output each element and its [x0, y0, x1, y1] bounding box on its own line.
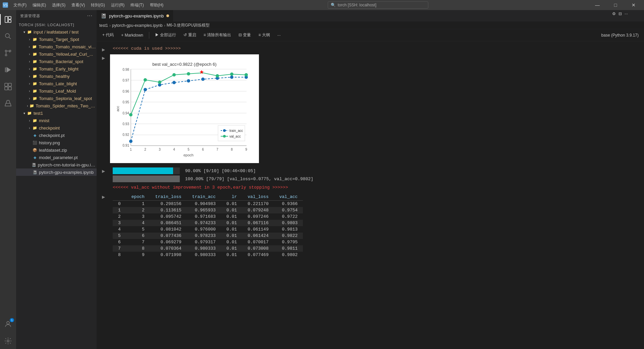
activity-run[interactable]: [0, 62, 16, 78]
table-cell: 0.9802: [274, 252, 303, 258]
table-row: 890.0719980.9803330.010.0774690.9802: [113, 252, 303, 258]
cell-table: ▶ epoch train_loss train_acc lr val_loss: [97, 192, 644, 259]
more-button[interactable]: ···: [274, 32, 284, 39]
tree-item-yellowleaf[interactable]: › 📁 Tomato_YellowLeaf_Curl_...: [16, 50, 97, 58]
settings-icon[interactable]: ⚙: [612, 11, 616, 16]
table-cell: 2: [126, 207, 150, 213]
activity-test[interactable]: [0, 95, 16, 111]
table-cell: 0.01: [221, 245, 242, 252]
run-cell-button[interactable]: ▶: [102, 195, 105, 199]
activity-extensions[interactable]: [0, 79, 16, 95]
tree-item-test1[interactable]: ▾ 📁 test1: [16, 109, 97, 117]
expand-arrow: ›: [27, 37, 32, 42]
folder-icon: 📁: [32, 44, 37, 49]
activity-accounts[interactable]: 1: [0, 316, 16, 332]
maximize-button[interactable]: □: [608, 0, 623, 10]
tree-label: Tomato_YellowLeaf_Curl_...: [39, 52, 93, 57]
split-icon[interactable]: ⊟: [619, 11, 622, 16]
run-cell-button[interactable]: ▶: [102, 47, 105, 52]
expand-arrow: ›: [27, 88, 32, 94]
restart-button[interactable]: ↺ 重启: [180, 31, 199, 39]
train-dot-8: [230, 76, 233, 79]
menu-view[interactable]: 查看(V): [69, 2, 88, 9]
table-cell: 0.071998: [150, 252, 187, 258]
tree-item-spider[interactable]: › 📁 Tomato_Spider_mites_Two_spotted_...: [16, 102, 97, 109]
th-lr: lr: [221, 193, 242, 201]
minimize-button[interactable]: —: [590, 0, 605, 10]
menu-help[interactable]: 帮助(H): [147, 2, 166, 9]
tree-item-history-png[interactable]: ⬛ history.png: [16, 139, 97, 146]
tab-modified-dot: [166, 14, 169, 17]
menu-file[interactable]: 文件(F): [11, 2, 29, 9]
add-markdown-button[interactable]: + Markdown: [118, 32, 146, 39]
tree-item-model-pt[interactable]: ◆ model_parameter.pt: [16, 154, 97, 161]
breadcrumb-section[interactable]: M6-3.使用GPU训练模型: [167, 22, 210, 28]
val-dot-7: [216, 74, 219, 78]
breadcrumb-file[interactable]: pytorch-gpu-examples.ipynb: [112, 23, 163, 28]
run-cell-button[interactable]: ▶: [102, 169, 105, 173]
tab-label: pytorch-gpu-examples.ipynb: [109, 13, 164, 18]
svg-text:4: 4: [173, 148, 175, 151]
tree-item-leafdataset-zip[interactable]: 📦 leafdataset.zip: [16, 146, 97, 154]
th-val-acc: val_acc: [274, 193, 303, 201]
activity-settings[interactable]: [0, 333, 16, 349]
tree-item-cnn-ipynb[interactable]: 📓 pytorch-cnn-tutorial-in-gpu.ipynb: [16, 161, 97, 168]
more-icon[interactable]: ···: [625, 11, 628, 16]
menu-goto[interactable]: 转到(G): [88, 2, 107, 9]
tree-item-leafdataset[interactable]: ▾ 📁 input / leafdataset / test: [16, 28, 97, 36]
tree-item-septoria[interactable]: › 📁 Tomato_Septoria_leaf_spot: [16, 95, 97, 102]
search-bar[interactable]: 🔍 torch [SSH: localhost]: [328, 1, 428, 9]
tree-label: leafdataset.zip: [39, 148, 67, 153]
legend-box: [218, 126, 245, 141]
tree-item-healthy[interactable]: › 📁 Tomato_healthy: [16, 72, 97, 80]
menu-terminal[interactable]: 终端(T): [128, 2, 146, 9]
svg-text:1: 1: [130, 148, 132, 151]
activity-scm[interactable]: [0, 45, 16, 61]
run-all-button[interactable]: ▶ 全部运行: [152, 31, 179, 39]
variables-button[interactable]: ⊟ 变量: [235, 31, 254, 39]
tree-item-mosaic[interactable]: › 📁 Tomato_Tomato_mosaic_virus: [16, 43, 97, 50]
menu-edit[interactable]: 编辑(E): [30, 2, 49, 9]
table-cell: 9: [126, 252, 150, 258]
tree-item-checkpoint[interactable]: › 📁 checkpoint: [16, 124, 97, 132]
table-cell: 0.9811: [274, 245, 303, 252]
kernel-indicator[interactable]: base (Python 3.9.17): [601, 33, 641, 38]
progress-fill-1: [113, 167, 173, 174]
tree-item-early-blight[interactable]: › 📁 Tomato_Early_blight: [16, 65, 97, 72]
tree-item-gpu-examples[interactable]: 📓 pytorch-gpu-examples.ipynb: [16, 168, 97, 176]
table-cell: 0.01: [221, 226, 242, 233]
tab-gpu-examples[interactable]: 📓 pytorch-gpu-examples.ipynb: [97, 10, 173, 21]
run-cell-button[interactable]: ▶: [102, 56, 105, 60]
menu-run[interactable]: 运行(R): [108, 2, 127, 9]
table-cell: 0.01: [221, 213, 242, 220]
menu-select[interactable]: 选择(S): [49, 2, 68, 9]
table-cell: 0.081042: [150, 226, 187, 233]
tree-item-mnist[interactable]: › 📁 mnist: [16, 117, 97, 124]
tree-item-late-blight[interactable]: › 📁 Tomato_Late_blight: [16, 80, 97, 87]
table-header-row: epoch train_loss train_acc lr val_loss v…: [113, 193, 303, 201]
folder-icon: 📁: [32, 51, 38, 57]
progress-bar-1: [113, 167, 180, 174]
svg-text:9: 9: [245, 148, 247, 151]
close-button[interactable]: ✕: [626, 0, 641, 10]
outline-button[interactable]: ≡ 大纲: [255, 31, 273, 39]
progress-text-1: 90.00% [9/10] [00:46<00:05]: [185, 168, 256, 173]
val-dot-4: [172, 73, 176, 77]
activity-explorer[interactable]: [0, 11, 16, 28]
tree-item-leaf-mold[interactable]: › 📁 Tomato_Leaf_Mold: [16, 87, 97, 95]
clear-output-button[interactable]: ≡ 清除所有输出: [201, 31, 234, 39]
add-code-button[interactable]: + 代码: [99, 31, 117, 39]
sidebar-more-button[interactable]: ···: [87, 13, 93, 19]
tree-item-bacterial[interactable]: › 📁 Tomato_Bacterial_spot: [16, 58, 97, 65]
tree-item-checkpoint-pt[interactable]: ◆ checkpoint.pt: [16, 132, 97, 139]
table-cell: 0.079248: [242, 207, 274, 213]
tree-item-target-spot[interactable]: › 📁 Tomato_Target_Spot: [16, 36, 97, 43]
tree-label: Tomato_Bacterial_spot: [39, 59, 83, 64]
train-dot-5: [187, 79, 190, 83]
expand-arrow: ›: [27, 59, 32, 64]
breadcrumb-test1[interactable]: test1: [99, 23, 108, 28]
activity-search[interactable]: [0, 28, 16, 44]
table-cell: 0.9822: [274, 233, 303, 239]
table-cell: 0.070017: [242, 239, 274, 245]
expand-arrow: ›: [27, 51, 32, 57]
